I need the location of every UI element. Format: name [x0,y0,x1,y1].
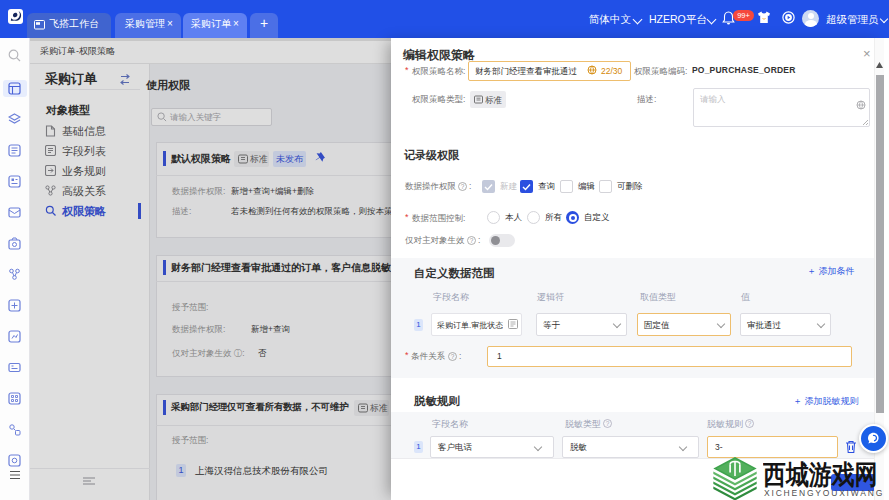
svg-text:?: ? [461,183,465,190]
svg-text:?: ? [606,420,610,427]
svg-text:?: ? [451,353,455,360]
svg-text:?: ? [748,420,752,427]
svg-text:?: ? [470,237,474,244]
